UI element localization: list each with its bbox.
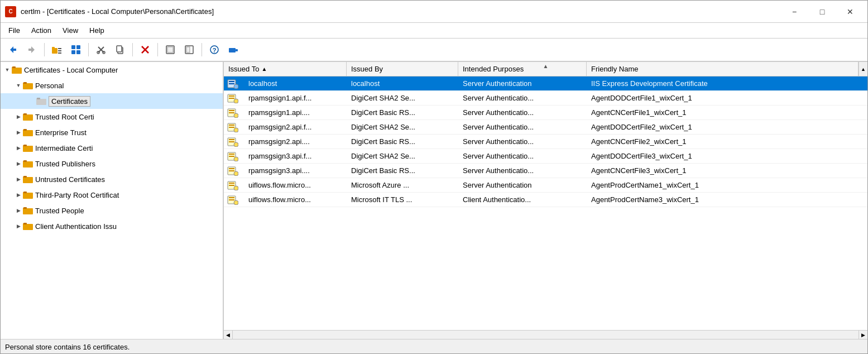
cert-issued-by-8: Microsoft IT TLS ... (347, 194, 458, 205)
sidebar-item-trusted-publishers[interactable]: ▶ Trusted Publishers (1, 156, 223, 171)
menu-item-view[interactable]: View (57, 24, 84, 37)
import-button[interactable] (180, 41, 198, 59)
expand-icon-intermediate[interactable]: ▶ (14, 143, 23, 152)
minimize-button[interactable]: − (781, 3, 807, 20)
cert-friendly-name-2: AgentCNCertFile1_wixCert_1 (587, 107, 867, 118)
svg-rect-53 (23, 192, 27, 193)
sidebar-client-auth-label: Client Authentication Issu (35, 222, 117, 231)
enterprise-icon (23, 128, 33, 136)
expand-icon-personal[interactable]: ▼ (14, 81, 23, 90)
table-row[interactable]: rpamsgsign3.api....DigiCert Basic RS...S… (224, 164, 867, 178)
delete-button[interactable] (136, 41, 154, 59)
scroll-up-arrow: ▲ (543, 63, 549, 69)
expand-icon-third-party[interactable]: ▶ (14, 190, 23, 199)
sidebar-publishers-label: Trusted Publishers (35, 160, 95, 168)
sidebar-enterprise-label: Enterprise Trust (35, 128, 87, 137)
back-button[interactable] (4, 41, 22, 59)
sort-arrow-issued-to: ▲ (261, 66, 267, 72)
sidebar-personal-label: Personal (35, 82, 64, 90)
intermediate-icon (23, 144, 33, 152)
sidebar-item-untrusted[interactable]: ▶ Untrusted Certificates (1, 171, 223, 187)
certificates-folder-icon (36, 97, 46, 105)
sidebar-item-client-auth[interactable]: ▶ Client Authentication Issu (1, 218, 223, 234)
svg-point-67 (234, 99, 238, 103)
table-row[interactable]: rpamsgsign2.api....DigiCert Basic RS...S… (224, 135, 867, 149)
sidebar-item-intermediate[interactable]: ▶ Intermediate Certi (1, 140, 223, 156)
sidebar-item-trusted-root[interactable]: ▶ Trusted Root Certi (1, 109, 223, 125)
col-issued-to-label: Issued To (228, 65, 259, 73)
toolbar-separator-2 (88, 43, 89, 56)
col-header-friendly-name[interactable]: Friendly Name (587, 62, 859, 76)
svg-rect-70 (229, 112, 234, 113)
horizontal-scrollbar[interactable]: ◀ ▶ (224, 330, 867, 339)
table-row[interactable]: localhostlocalhostServer AuthenticationI… (224, 76, 867, 91)
view-button[interactable] (67, 41, 85, 59)
expand-icon-trusted-people[interactable]: ▶ (14, 206, 23, 215)
cert-intended-purposes-2: Server Authenticatio... (458, 107, 587, 118)
expand-icon-trusted-root[interactable]: ▶ (14, 112, 23, 121)
expand-icon-publishers[interactable]: ▶ (14, 159, 23, 168)
cert-issued-by-5: DigiCert SHA2 Se... (347, 151, 458, 161)
cut-button[interactable] (92, 41, 110, 59)
maximize-button[interactable]: □ (809, 3, 835, 20)
cert-intended-purposes-0: Server Authentication (458, 78, 587, 89)
table-row[interactable]: rpamsgsign1.api.f...DigiCert SHA2 Se...S… (224, 91, 867, 106)
close-button[interactable]: ✕ (837, 3, 863, 20)
svg-rect-50 (23, 176, 27, 178)
show-folder-button[interactable] (48, 41, 66, 59)
table-row[interactable]: rpamsgsign1.api....DigiCert Basic RS...S… (224, 106, 867, 120)
sidebar: ▼ Certificates - Local Computer ▼ Pe (1, 62, 224, 339)
sidebar-item-enterprise[interactable]: ▶ Enterprise Trust (1, 125, 223, 140)
cert-intended-purposes-6: Server Authenticatio... (458, 165, 587, 176)
col-header-issued-by[interactable]: Issued By (347, 62, 458, 76)
publishers-icon (23, 160, 33, 168)
cert-friendly-name-3: AgentDODCertFile2_wixCert_1 (587, 122, 867, 132)
export-button[interactable] (161, 41, 179, 59)
sidebar-item-trusted-people[interactable]: ▶ Trusted People (1, 203, 223, 218)
cert-icon-cell-4 (224, 137, 244, 147)
sidebar-item-root[interactable]: ▼ Certificates - Local Computer (1, 62, 223, 78)
sidebar-item-certificates[interactable]: ▶ Certificates (1, 93, 223, 109)
col-header-intended-purposes[interactable]: Intended Purposes (458, 62, 587, 76)
hscroll-track (233, 331, 859, 339)
hscroll-left-arrow[interactable]: ◀ (224, 331, 233, 339)
expand-icon-client-auth[interactable]: ▶ (14, 222, 23, 231)
copy-button[interactable] (111, 41, 129, 59)
cert-issued-to-7: uiflows.flow.micro... (244, 180, 347, 190)
menu-item-action[interactable]: Action (26, 24, 57, 37)
svg-point-83 (234, 157, 238, 161)
cert-icon-cell-0 (224, 79, 244, 89)
help-button[interactable]: ? (205, 41, 223, 59)
col-header-issued-to[interactable]: Issued To ▲ (224, 62, 347, 76)
svg-rect-35 (37, 98, 40, 99)
menu-item-help[interactable]: Help (84, 24, 110, 37)
forward-button[interactable] (23, 41, 41, 59)
svg-rect-6 (58, 52, 61, 54)
sidebar-item-third-party[interactable]: ▶ Third-Party Root Certificat (1, 187, 223, 203)
col-friendly-name-label: Friendly Name (591, 65, 639, 73)
expand-icon-enterprise[interactable]: ▶ (14, 128, 23, 137)
svg-rect-85 (229, 168, 234, 169)
expand-icon-untrusted[interactable]: ▶ (14, 175, 23, 184)
table-row[interactable]: rpamsgsign2.api.f...DigiCert SHA2 Se...S… (224, 120, 867, 135)
cert-icon-cell-5 (224, 151, 244, 161)
cert-icon-cell-7 (224, 180, 244, 190)
svg-rect-90 (229, 185, 234, 186)
cert-issued-to-4: rpamsgsign2.api.... (244, 136, 347, 147)
table-row[interactable]: uiflows.flow.micro...Microsoft IT TLS ..… (224, 193, 867, 207)
menu-item-file[interactable]: File (3, 24, 26, 37)
extensions-button[interactable] (224, 41, 242, 59)
sidebar-item-personal[interactable]: ▼ Personal (1, 78, 223, 93)
sidebar-trusted-root-label: Trusted Root Certi (35, 113, 94, 121)
svg-rect-89 (229, 183, 234, 184)
hscroll-right-arrow[interactable]: ▶ (859, 331, 867, 339)
cert-issued-to-5: rpamsgsign3.api.f... (244, 151, 347, 161)
sidebar-intermediate-label: Intermediate Certi (35, 144, 93, 152)
svg-text:?: ? (213, 47, 217, 54)
toolbar: ? (1, 39, 867, 62)
table-row[interactable]: rpamsgsign3.api.f...DigiCert SHA2 Se...S… (224, 149, 867, 164)
table-row[interactable]: uiflows.flow.micro...Microsoft Azure ...… (224, 178, 867, 193)
cert-issued-by-1: DigiCert SHA2 Se... (347, 93, 458, 103)
svg-point-75 (234, 128, 238, 132)
expand-icon-root[interactable]: ▼ (3, 65, 12, 74)
